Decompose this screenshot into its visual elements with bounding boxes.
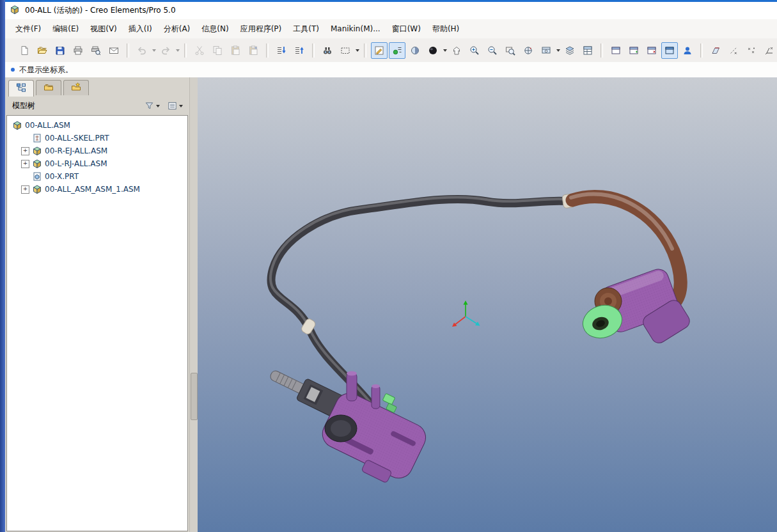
menu-info[interactable]: 信息(N) — [196, 20, 233, 38]
menu-tools[interactable]: 工具(T) — [288, 20, 324, 38]
message-line: 不显示坐标系。 — [5, 62, 777, 78]
redo-button[interactable] — [157, 42, 174, 59]
menu-window[interactable]: 窗口(W) — [387, 20, 426, 38]
paste-special-button[interactable] — [245, 42, 262, 59]
appearance-gallery-button[interactable] — [425, 42, 441, 59]
navigator-tabs — [5, 77, 189, 97]
tab-folder-browser[interactable] — [36, 80, 61, 95]
favorites-tab-icon — [71, 82, 81, 94]
paste-button[interactable] — [227, 42, 244, 59]
datum-axis-toggle[interactable] — [725, 42, 742, 59]
connector-post-1 — [347, 373, 357, 401]
datum-csys-toggle[interactable] — [761, 42, 777, 59]
tree-filter-dropdown-icon — [156, 105, 160, 109]
layers-button[interactable] — [561, 42, 578, 59]
menu-edit[interactable]: 编辑(E) — [47, 20, 84, 38]
toolbar-separator — [600, 43, 603, 58]
expand-icon[interactable]: + — [21, 185, 29, 194]
print-button[interactable] — [70, 42, 86, 59]
asm-icon — [32, 159, 42, 169]
asm-icon — [32, 184, 42, 194]
panel-scrollbar-thumb[interactable] — [191, 373, 198, 420]
selection-filter-button-dropdown[interactable] — [354, 43, 360, 58]
spin-pan-zoom-button[interactable] — [448, 42, 465, 59]
undo-button-dropdown[interactable] — [151, 43, 157, 58]
tree-item-00-all-asm[interactable]: 00-ALL.ASM — [7, 119, 187, 132]
selection-filter-button[interactable] — [337, 42, 354, 59]
copy-button[interactable] — [209, 42, 226, 59]
datum-plane-toggle[interactable] — [707, 42, 724, 59]
session-user-button[interactable] — [679, 42, 696, 59]
smart-filter-toggle[interactable] — [389, 42, 405, 59]
asm-icon — [32, 146, 42, 156]
regenerate-manager-button[interactable] — [291, 42, 308, 59]
folder-browser-tab-icon — [43, 82, 54, 94]
expand-icon[interactable]: + — [21, 147, 29, 155]
tree-item-label: 00-ALL.ASM — [25, 121, 70, 130]
tree-settings-button[interactable] — [168, 101, 183, 111]
asm-icon — [12, 120, 22, 130]
message-text: 不显示坐标系。 — [19, 65, 73, 75]
tree-item-00-all-skel-prt[interactable]: 00-ALL-SKEL.PRT — [7, 132, 187, 145]
expand-icon[interactable]: + — [21, 160, 29, 168]
tab-favorites[interactable] — [63, 80, 89, 95]
regenerate-button[interactable] — [273, 42, 290, 59]
new-file-button[interactable] — [16, 42, 33, 59]
tab-model-tree[interactable] — [8, 80, 34, 97]
email-button[interactable] — [106, 42, 122, 59]
model-tree-list: 00-ALL.ASM00-ALL-SKEL.PRT+00-R-EJ-ALL.AS… — [6, 115, 188, 531]
open-file-button[interactable] — [34, 42, 51, 59]
application-window: 00-ALL (活动的) - Creo Elements/Pro 5.0 文件(… — [0, 0, 777, 532]
menu-insert[interactable]: 插入(I) — [123, 20, 157, 38]
connector-contact-1 — [382, 393, 395, 405]
reorient-button[interactable] — [520, 42, 537, 59]
zoom-out-button[interactable] — [484, 42, 501, 59]
prt-icon — [32, 171, 42, 182]
tree-filter-button[interactable] — [145, 101, 160, 111]
undo-button[interactable] — [134, 42, 150, 59]
datum-point-toggle[interactable] — [743, 42, 760, 59]
save-button[interactable] — [52, 42, 68, 59]
skel-icon — [32, 133, 42, 143]
redo-button-dropdown[interactable] — [175, 43, 180, 58]
view-manager-button[interactable] — [579, 42, 596, 59]
menu-applications[interactable]: 应用程序(P) — [235, 20, 287, 38]
tree-item-label: 00-ALL-SKEL.PRT — [45, 134, 109, 143]
menu-analysis[interactable]: 分析(A) — [159, 20, 196, 38]
appearance-gallery-button-dropdown[interactable] — [442, 43, 448, 58]
new-window-button[interactable] — [625, 42, 642, 59]
refit-button[interactable] — [502, 42, 519, 59]
cut-button[interactable] — [191, 42, 208, 59]
toolbar-separator — [312, 43, 315, 58]
tree-item-00-x-prt[interactable]: 00-X.PRT — [7, 170, 187, 183]
navigator-panel: 模型树 00-ALL.ASM00-ALL-SKEL.PRT+00-R-EJ-AL… — [5, 77, 189, 532]
toolbar-separator — [700, 43, 703, 58]
tree-item-00-all-asm-asm-1-asm[interactable]: +00-ALL_ASM_ASM_1.ASM — [7, 183, 187, 196]
render-settings-button[interactable] — [407, 42, 423, 59]
select-items-toggle[interactable] — [371, 42, 388, 59]
active-window-toggle[interactable] — [661, 42, 678, 59]
saved-views-button-dropdown[interactable] — [555, 43, 561, 58]
open-window-button[interactable] — [608, 42, 624, 59]
print-preview-button[interactable] — [88, 42, 104, 59]
window-border-left — [0, 0, 5, 532]
close-window-button[interactable] — [643, 42, 660, 59]
menu-file[interactable]: 文件(F) — [10, 20, 46, 38]
find-button[interactable] — [319, 42, 336, 59]
menu-view[interactable]: 视图(V) — [85, 20, 122, 38]
menu-help[interactable]: 帮助(H) — [427, 20, 464, 38]
menu-manikin[interactable]: Manikin(M)... — [326, 21, 386, 36]
tree-item-label: 00-ALL_ASM_ASM_1.ASM — [45, 185, 140, 194]
saved-views-button[interactable] — [538, 42, 554, 59]
tree-item-00-r-ej-all-asm[interactable]: +00-R-EJ-ALL.ASM — [7, 145, 187, 157]
toolbar-separator — [266, 43, 269, 58]
title-bar[interactable]: 00-ALL (活动的) - Creo Elements/Pro 5.0 — [5, 2, 777, 20]
tree-item-00-l-rj-all-asm[interactable]: +00-L-RJ-ALL.ASM — [7, 157, 187, 170]
tree-item-label: 00-R-EJ-ALL.ASM — [45, 146, 107, 155]
csys-triad — [452, 301, 480, 327]
graphics-area[interactable] — [198, 77, 777, 532]
cable[interactable] — [271, 194, 575, 412]
left-connector[interactable] — [269, 370, 430, 483]
zoom-in-button[interactable] — [466, 42, 483, 59]
tree-item-label: 00-X.PRT — [45, 172, 79, 181]
